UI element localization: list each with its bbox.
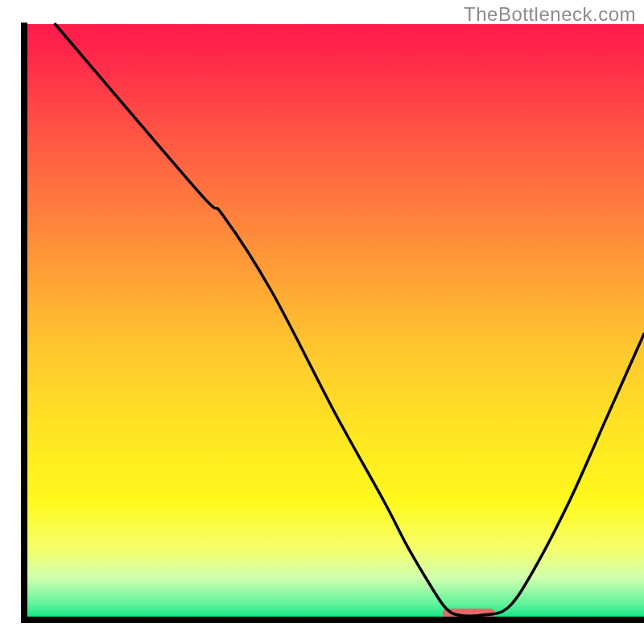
bottleneck-chart: TheBottleneck.com bbox=[0, 0, 644, 644]
gradient-background bbox=[24, 24, 644, 620]
chart-svg bbox=[0, 0, 644, 644]
watermark-text: TheBottleneck.com bbox=[464, 3, 636, 26]
